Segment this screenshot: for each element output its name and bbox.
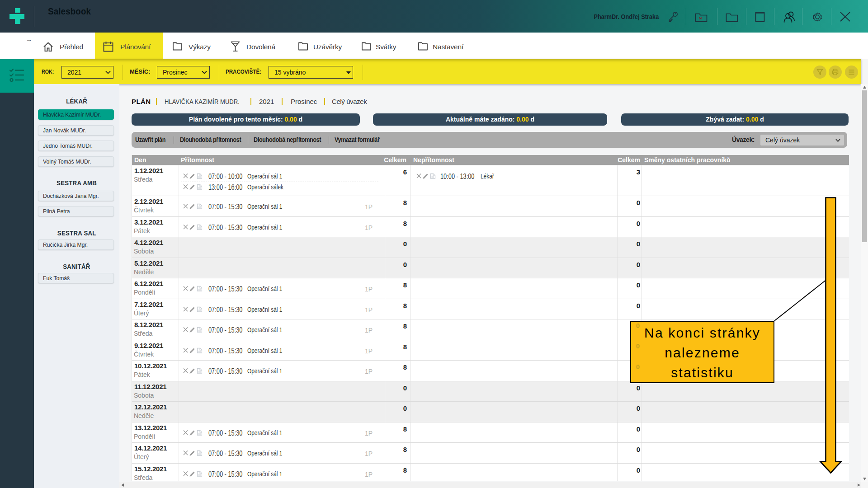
svg-text:N: N	[699, 16, 702, 20]
